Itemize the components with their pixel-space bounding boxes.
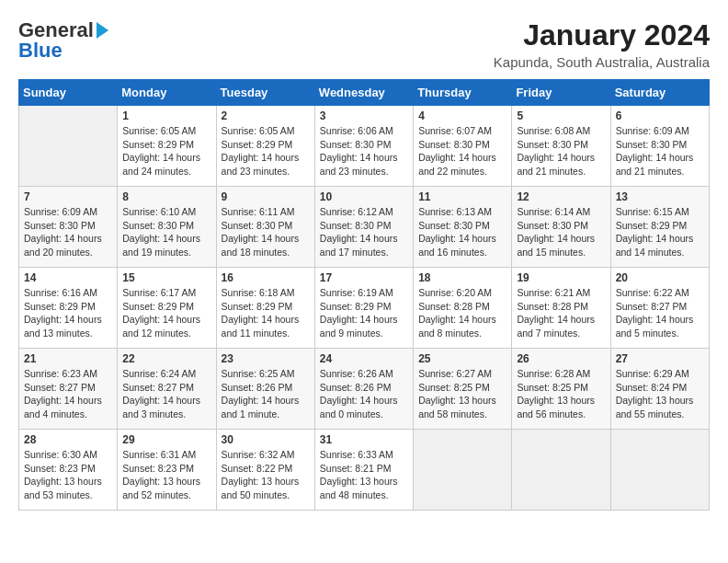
day-number: 9	[222, 190, 310, 203]
day-number: 19	[517, 271, 605, 284]
header-day: Wednesday	[314, 80, 413, 106]
header-day: Thursday	[414, 80, 512, 106]
day-info: Sunrise: 6:28 AM Sunset: 8:25 PM Dayligh…	[517, 367, 605, 421]
header-day: Sunday	[19, 80, 118, 106]
day-number: 2	[222, 109, 310, 122]
day-info: Sunrise: 6:09 AM Sunset: 8:30 PM Dayligh…	[616, 124, 704, 178]
calendar-week-row: 14Sunrise: 6:16 AM Sunset: 8:29 PM Dayli…	[19, 268, 710, 349]
day-info: Sunrise: 6:31 AM Sunset: 8:23 PM Dayligh…	[122, 448, 210, 502]
day-info: Sunrise: 6:27 AM Sunset: 8:25 PM Dayligh…	[418, 367, 506, 421]
calendar-cell: 29Sunrise: 6:31 AM Sunset: 8:23 PM Dayli…	[118, 430, 216, 511]
header-day: Friday	[512, 80, 610, 106]
day-info: Sunrise: 6:22 AM Sunset: 8:27 PM Dayligh…	[616, 286, 704, 340]
calendar-cell: 5Sunrise: 6:08 AM Sunset: 8:30 PM Daylig…	[512, 106, 610, 187]
logo-arrow-icon	[97, 22, 108, 39]
day-number: 3	[320, 109, 408, 122]
day-number: 29	[122, 433, 210, 446]
day-number: 18	[418, 271, 506, 284]
day-info: Sunrise: 6:32 AM Sunset: 8:22 PM Dayligh…	[222, 448, 310, 502]
day-info: Sunrise: 6:30 AM Sunset: 8:23 PM Dayligh…	[24, 448, 112, 502]
calendar-cell: 20Sunrise: 6:22 AM Sunset: 8:27 PM Dayli…	[610, 268, 709, 349]
calendar-cell: 24Sunrise: 6:26 AM Sunset: 8:26 PM Dayli…	[314, 349, 413, 430]
day-number: 13	[616, 190, 704, 203]
day-number: 17	[320, 271, 408, 284]
day-info: Sunrise: 6:05 AM Sunset: 8:29 PM Dayligh…	[222, 124, 310, 178]
day-info: Sunrise: 6:09 AM Sunset: 8:30 PM Dayligh…	[24, 205, 112, 259]
day-info: Sunrise: 6:10 AM Sunset: 8:30 PM Dayligh…	[122, 205, 210, 259]
calendar-week-row: 7Sunrise: 6:09 AM Sunset: 8:30 PM Daylig…	[19, 187, 710, 268]
calendar-cell: 6Sunrise: 6:09 AM Sunset: 8:30 PM Daylig…	[610, 106, 709, 187]
day-info: Sunrise: 6:13 AM Sunset: 8:30 PM Dayligh…	[418, 205, 506, 259]
calendar-subtitle: Kapunda, South Australia, Australia	[494, 54, 710, 70]
header-day: Tuesday	[216, 80, 314, 106]
header-row: SundayMondayTuesdayWednesdayThursdayFrid…	[19, 80, 710, 106]
calendar-body: 1Sunrise: 6:05 AM Sunset: 8:29 PM Daylig…	[19, 106, 710, 511]
day-number: 15	[122, 271, 210, 284]
calendar-cell: 14Sunrise: 6:16 AM Sunset: 8:29 PM Dayli…	[19, 268, 118, 349]
day-info: Sunrise: 6:17 AM Sunset: 8:29 PM Dayligh…	[122, 286, 210, 340]
day-number: 1	[122, 109, 210, 122]
day-number: 26	[517, 352, 605, 365]
calendar-cell: 12Sunrise: 6:14 AM Sunset: 8:30 PM Dayli…	[512, 187, 610, 268]
page-header: General Blue January 2024 Kapunda, South…	[18, 18, 710, 70]
day-info: Sunrise: 6:29 AM Sunset: 8:24 PM Dayligh…	[616, 367, 704, 421]
calendar-cell: 11Sunrise: 6:13 AM Sunset: 8:30 PM Dayli…	[414, 187, 512, 268]
day-info: Sunrise: 6:24 AM Sunset: 8:27 PM Dayligh…	[122, 367, 210, 421]
day-info: Sunrise: 6:11 AM Sunset: 8:30 PM Dayligh…	[222, 205, 310, 259]
day-info: Sunrise: 6:08 AM Sunset: 8:30 PM Dayligh…	[517, 124, 605, 178]
header-day: Saturday	[610, 80, 709, 106]
day-info: Sunrise: 6:05 AM Sunset: 8:29 PM Dayligh…	[122, 124, 210, 178]
calendar-week-row: 1Sunrise: 6:05 AM Sunset: 8:29 PM Daylig…	[19, 106, 710, 187]
day-info: Sunrise: 6:15 AM Sunset: 8:29 PM Dayligh…	[616, 205, 704, 259]
calendar-cell: 17Sunrise: 6:19 AM Sunset: 8:29 PM Dayli…	[314, 268, 413, 349]
calendar-cell: 3Sunrise: 6:06 AM Sunset: 8:30 PM Daylig…	[314, 106, 413, 187]
calendar-title: January 2024	[494, 18, 710, 52]
day-info: Sunrise: 6:33 AM Sunset: 8:21 PM Dayligh…	[320, 448, 408, 502]
header-day: Monday	[118, 80, 216, 106]
calendar-cell: 22Sunrise: 6:24 AM Sunset: 8:27 PM Dayli…	[118, 349, 216, 430]
day-info: Sunrise: 6:20 AM Sunset: 8:28 PM Dayligh…	[418, 286, 506, 340]
calendar-cell: 9Sunrise: 6:11 AM Sunset: 8:30 PM Daylig…	[216, 187, 314, 268]
calendar-table: SundayMondayTuesdayWednesdayThursdayFrid…	[18, 79, 710, 511]
calendar-cell: 4Sunrise: 6:07 AM Sunset: 8:30 PM Daylig…	[414, 106, 512, 187]
day-number: 30	[222, 433, 310, 446]
day-info: Sunrise: 6:16 AM Sunset: 8:29 PM Dayligh…	[24, 286, 112, 340]
day-number: 31	[320, 433, 408, 446]
day-number: 25	[418, 352, 506, 365]
calendar-cell	[19, 106, 118, 187]
calendar-header: SundayMondayTuesdayWednesdayThursdayFrid…	[19, 80, 710, 106]
day-number: 20	[616, 271, 704, 284]
day-number: 6	[616, 109, 704, 122]
calendar-cell: 8Sunrise: 6:10 AM Sunset: 8:30 PM Daylig…	[118, 187, 216, 268]
calendar-cell: 19Sunrise: 6:21 AM Sunset: 8:28 PM Dayli…	[512, 268, 610, 349]
day-number: 27	[616, 352, 704, 365]
day-number: 10	[320, 190, 408, 203]
day-info: Sunrise: 6:12 AM Sunset: 8:30 PM Dayligh…	[320, 205, 408, 259]
calendar-cell: 2Sunrise: 6:05 AM Sunset: 8:29 PM Daylig…	[216, 106, 314, 187]
calendar-cell: 15Sunrise: 6:17 AM Sunset: 8:29 PM Dayli…	[118, 268, 216, 349]
day-number: 21	[24, 352, 112, 365]
day-info: Sunrise: 6:07 AM Sunset: 8:30 PM Dayligh…	[418, 124, 506, 178]
day-number: 5	[517, 109, 605, 122]
day-info: Sunrise: 6:26 AM Sunset: 8:26 PM Dayligh…	[320, 367, 408, 421]
day-info: Sunrise: 6:25 AM Sunset: 8:26 PM Dayligh…	[222, 367, 310, 421]
day-info: Sunrise: 6:23 AM Sunset: 8:27 PM Dayligh…	[24, 367, 112, 421]
day-info: Sunrise: 6:18 AM Sunset: 8:29 PM Dayligh…	[222, 286, 310, 340]
calendar-cell: 26Sunrise: 6:28 AM Sunset: 8:25 PM Dayli…	[512, 349, 610, 430]
day-number: 14	[24, 271, 112, 284]
day-number: 24	[320, 352, 408, 365]
calendar-cell: 1Sunrise: 6:05 AM Sunset: 8:29 PM Daylig…	[118, 106, 216, 187]
calendar-cell: 25Sunrise: 6:27 AM Sunset: 8:25 PM Dayli…	[414, 349, 512, 430]
day-number: 11	[418, 190, 506, 203]
calendar-cell	[610, 430, 709, 511]
day-number: 16	[222, 271, 310, 284]
day-number: 12	[517, 190, 605, 203]
calendar-week-row: 28Sunrise: 6:30 AM Sunset: 8:23 PM Dayli…	[19, 430, 710, 511]
calendar-cell: 10Sunrise: 6:12 AM Sunset: 8:30 PM Dayli…	[314, 187, 413, 268]
calendar-cell: 7Sunrise: 6:09 AM Sunset: 8:30 PM Daylig…	[19, 187, 118, 268]
day-info: Sunrise: 6:06 AM Sunset: 8:30 PM Dayligh…	[320, 124, 408, 178]
calendar-cell: 21Sunrise: 6:23 AM Sunset: 8:27 PM Dayli…	[19, 349, 118, 430]
calendar-cell: 27Sunrise: 6:29 AM Sunset: 8:24 PM Dayli…	[610, 349, 709, 430]
calendar-cell: 16Sunrise: 6:18 AM Sunset: 8:29 PM Dayli…	[216, 268, 314, 349]
title-block: January 2024 Kapunda, South Australia, A…	[494, 18, 710, 70]
